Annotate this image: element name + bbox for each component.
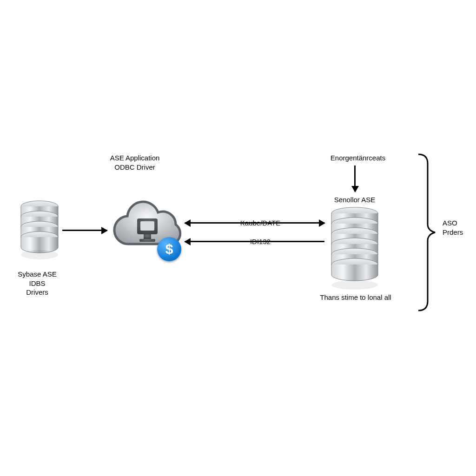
label-thans-stime: Thans stime to lonal all (314, 293, 397, 302)
diagram-canvas: ASE ApplicationODBC Driver Enorgentänrce… (0, 0, 476, 476)
database-icon (329, 207, 380, 291)
label-enorgent: Enorgentänrceats (311, 153, 404, 163)
arrow-down-icon (354, 165, 356, 192)
svg-rect-15 (140, 221, 154, 231)
bracket-icon (417, 153, 436, 311)
arrow-right-icon (62, 230, 107, 231)
dollar-badge-icon: $ (157, 237, 181, 261)
svg-point-11 (331, 280, 378, 290)
label-ase-application-odbc-driver: ASE ApplicationODBC Driver (93, 153, 177, 172)
svg-point-4 (21, 250, 58, 259)
dollar-symbol: $ (165, 241, 173, 257)
arrow-left-icon (185, 241, 324, 242)
svg-rect-14 (139, 239, 155, 242)
label-sybase-ase-idbs-drivers: Sybase ASEIDBSDrivers (9, 270, 65, 297)
svg-rect-13 (144, 234, 151, 239)
database-icon (20, 200, 60, 260)
label-senollor-ase: Senollor ASE (327, 195, 383, 205)
label-aso-prders: ASOPrders (443, 218, 474, 237)
arrow-left-icon (185, 222, 324, 224)
arrow-right-icon (305, 222, 324, 224)
